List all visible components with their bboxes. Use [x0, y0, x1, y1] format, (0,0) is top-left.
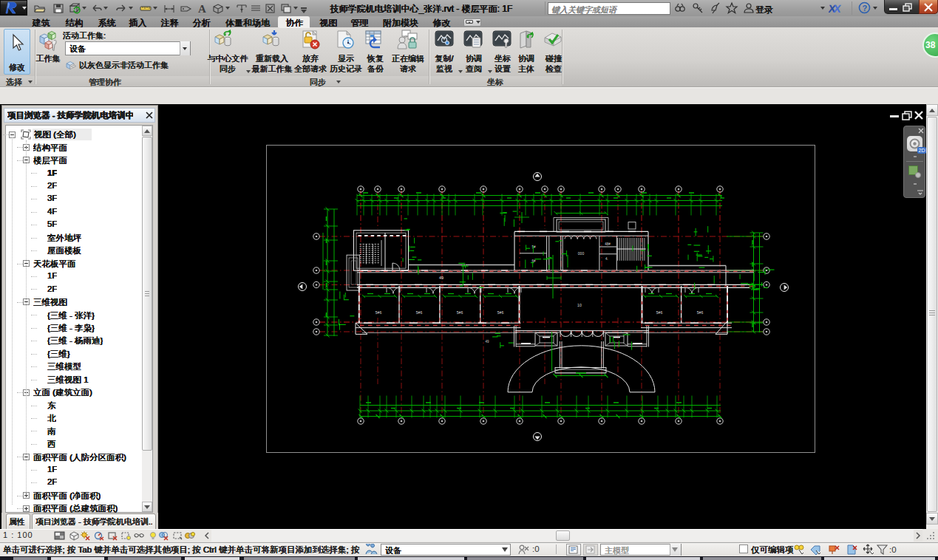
svg-text:5#: 5#: [531, 245, 536, 249]
svg-text:48#: 48#: [605, 242, 611, 246]
svg-text:5#6: 5#6: [416, 310, 423, 315]
svg-text:4.: 4.: [605, 257, 608, 261]
svg-text:5#6: 5#6: [697, 310, 704, 315]
svg-text:10: 10: [577, 303, 582, 307]
svg-text:?: ?: [863, 4, 868, 13]
svg-text:A: A: [198, 3, 206, 15]
svg-text:X: X: [833, 2, 842, 15]
svg-text:5#6: 5#6: [497, 310, 504, 315]
svg-text:49: 49: [485, 340, 489, 344]
svg-text:49: 49: [439, 276, 443, 280]
svg-text:5#6: 5#6: [656, 310, 663, 315]
svg-text:5#6: 5#6: [375, 310, 382, 315]
svg-text:5#6: 5#6: [457, 310, 463, 315]
svg-text:000: 000: [578, 251, 585, 256]
